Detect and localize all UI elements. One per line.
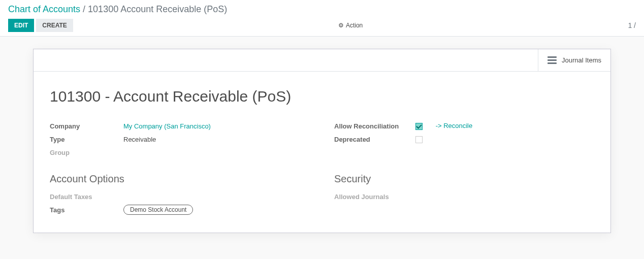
- tag-item[interactable]: Demo Stock Account: [123, 205, 193, 215]
- label-tags: Tags: [50, 206, 123, 214]
- list-icon: [548, 56, 557, 64]
- value-tags: Demo Stock Account: [123, 205, 310, 215]
- label-group: Group: [50, 149, 123, 156]
- breadcrumb-current: 101300 Account Receivable (PoS): [88, 4, 227, 14]
- breadcrumb: Chart of Accounts / 101300 Account Recei…: [0, 0, 644, 15]
- label-default-taxes: Default Taxes: [50, 193, 123, 201]
- breadcrumb-sep: /: [80, 4, 88, 14]
- action-label: Action: [346, 22, 363, 29]
- breadcrumb-root[interactable]: Chart of Accounts: [8, 4, 80, 14]
- create-button[interactable]: CREATE: [36, 19, 73, 32]
- edit-button[interactable]: EDIT: [8, 19, 34, 32]
- form-sheet: Journal Items 101300 - Account Receivabl…: [33, 49, 611, 233]
- company-link[interactable]: My Company (San Francisco): [123, 122, 211, 130]
- label-allow-reconciliation: Allow Reconciliation: [334, 122, 415, 130]
- allow-reconciliation-checkbox[interactable]: [415, 123, 423, 130]
- gear-icon: ⚙: [338, 22, 344, 29]
- value-type: Receivable: [123, 136, 310, 143]
- journal-items-button[interactable]: Journal Items: [538, 49, 610, 71]
- page-title: 101300 - Account Receivable (PoS): [50, 88, 594, 105]
- journal-items-label: Journal Items: [562, 56, 601, 64]
- label-deprecated: Deprecated: [334, 136, 415, 143]
- label-company: Company: [50, 122, 123, 130]
- reconcile-link[interactable]: -> Reconcile: [436, 122, 473, 130]
- label-allowed-journals: Allowed Journals: [334, 193, 415, 201]
- label-type: Type: [50, 136, 123, 143]
- section-account-options: Account Options: [50, 173, 310, 185]
- deprecated-checkbox[interactable]: [415, 136, 423, 143]
- action-dropdown[interactable]: ⚙Action: [332, 19, 369, 32]
- section-security: Security: [334, 173, 594, 185]
- pager[interactable]: 1 /: [628, 21, 636, 29]
